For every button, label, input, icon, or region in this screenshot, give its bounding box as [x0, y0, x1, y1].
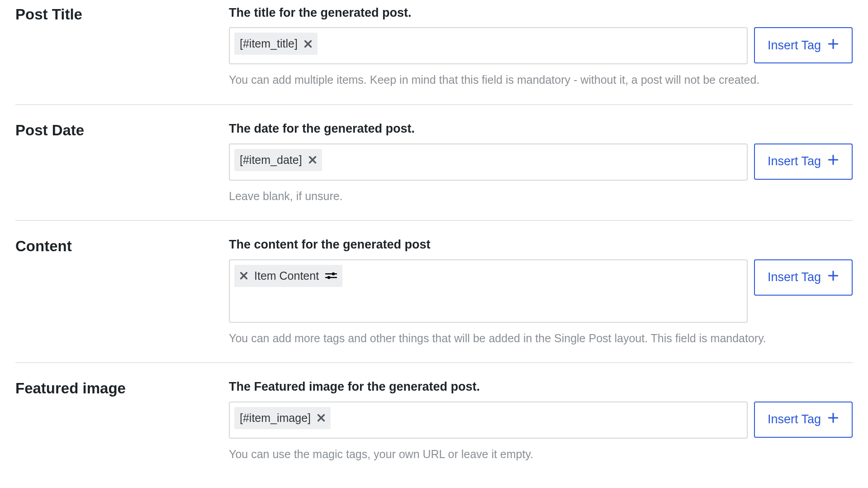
- insert-tag-button[interactable]: Insert Tag: [754, 402, 853, 438]
- section-label-wrap: Post Title: [15, 5, 229, 88]
- section-label-wrap: Post Date: [15, 121, 229, 204]
- section-controls: [#item_image] Insert Tag: [229, 402, 853, 439]
- section-description: The title for the generated post.: [229, 5, 853, 20]
- svg-point-1: [332, 273, 335, 275]
- section-controls: [#item_date] Insert Tag: [229, 144, 853, 181]
- section-help: You can add more tags and other things t…: [229, 331, 853, 346]
- insert-tag-button[interactable]: Insert Tag: [754, 144, 853, 180]
- section-main: The content for the generated post Item …: [229, 237, 853, 346]
- section-post-date: Post Date The date for the generated pos…: [15, 105, 853, 221]
- svg-point-3: [327, 276, 330, 279]
- plus-icon: [827, 38, 839, 53]
- section-label: Post Date: [15, 121, 229, 139]
- section-main: The title for the generated post. [#item…: [229, 5, 853, 88]
- section-description: The date for the generated post.: [229, 121, 853, 136]
- plus-icon: [827, 154, 839, 169]
- section-label: Post Title: [15, 5, 229, 24]
- tag-chip-item-date[interactable]: [#item_date]: [234, 149, 322, 171]
- sliders-icon[interactable]: [325, 272, 337, 280]
- section-label-wrap: Content: [15, 237, 229, 346]
- featured-image-input[interactable]: [#item_image]: [229, 402, 748, 439]
- close-icon[interactable]: [308, 156, 317, 164]
- insert-tag-label: Insert Tag: [768, 38, 821, 53]
- section-help: You can add multiple items. Keep in mind…: [229, 72, 853, 88]
- insert-tag-label: Insert Tag: [768, 412, 821, 426]
- section-controls: [#item_title] Insert Tag: [229, 27, 853, 64]
- plus-icon: [827, 270, 839, 285]
- section-description: The Featured image for the generated pos…: [229, 379, 853, 394]
- chip-label: Item Content: [254, 269, 319, 282]
- content-input[interactable]: Item Content: [229, 259, 748, 323]
- tag-chip-item-image[interactable]: [#item_image]: [234, 407, 331, 429]
- chip-label: [#item_image]: [240, 411, 311, 425]
- section-label: Featured image: [15, 379, 229, 397]
- plus-icon: [827, 412, 839, 427]
- chip-label: [#item_date]: [240, 153, 302, 167]
- section-controls: Item Content Insert Tag: [229, 259, 853, 323]
- insert-tag-label: Insert Tag: [768, 270, 821, 284]
- section-description: The content for the generated post: [229, 237, 853, 252]
- post-title-input[interactable]: [#item_title]: [229, 27, 748, 64]
- post-date-input[interactable]: [#item_date]: [229, 144, 748, 181]
- section-featured-image: Featured image The Featured image for th…: [15, 363, 853, 462]
- section-post-title: Post Title The title for the generated p…: [15, 5, 853, 105]
- tag-chip-item-content[interactable]: Item Content: [234, 265, 342, 287]
- chip-label: [#item_title]: [240, 37, 298, 50]
- section-help: Leave blank, if unsure.: [229, 189, 853, 204]
- section-main: The date for the generated post. [#item_…: [229, 121, 853, 204]
- section-content: Content The content for the generated po…: [15, 221, 853, 363]
- close-icon[interactable]: [240, 272, 248, 280]
- insert-tag-label: Insert Tag: [768, 154, 821, 168]
- section-label-wrap: Featured image: [15, 379, 229, 462]
- section-help: You can use the magic tags, your own URL…: [229, 447, 853, 462]
- section-label: Content: [15, 237, 229, 255]
- section-main: The Featured image for the generated pos…: [229, 379, 853, 462]
- tag-chip-item-title[interactable]: [#item_title]: [234, 33, 318, 55]
- insert-tag-button[interactable]: Insert Tag: [754, 27, 853, 63]
- close-icon[interactable]: [317, 414, 325, 422]
- insert-tag-button[interactable]: Insert Tag: [754, 259, 853, 296]
- close-icon[interactable]: [304, 40, 312, 48]
